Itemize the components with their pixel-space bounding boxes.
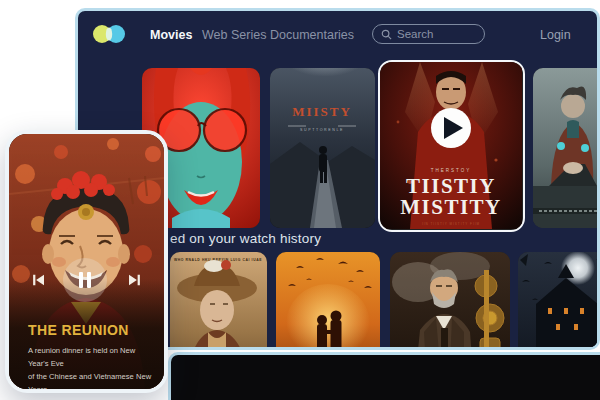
- pause-button[interactable]: [63, 258, 107, 302]
- search-input[interactable]: [397, 28, 467, 40]
- skip-back-icon[interactable]: [29, 271, 47, 289]
- poster-art-featured: THERSTOY TIISTIY MISTITY IIN TIISTIY MIS…: [380, 62, 522, 229]
- poster-art-haunted-house: THE GIRL THIDERLELLE: [518, 252, 600, 350]
- pause-icon: [77, 271, 93, 289]
- poster-sitting-man[interactable]: MI NHE IRL TNE SRE: [533, 68, 600, 228]
- poster-art-sitting-man: MI NHE IRL TNE SRE: [533, 68, 600, 228]
- brand-logo-icon[interactable]: [92, 23, 128, 45]
- nav-item-documentaries[interactable]: Documentaries: [270, 28, 354, 42]
- poster-haunted-house[interactable]: THE GIRL THIDERLELLE: [518, 252, 600, 350]
- search-box[interactable]: [372, 24, 485, 44]
- description-line-1: A reunion dinner is held on New Year's E…: [28, 346, 135, 368]
- poster-sunset-couple[interactable]: [276, 252, 380, 350]
- misty-title: MIISTY: [292, 104, 352, 119]
- navbar: Movies Web Series Documentaries Login: [78, 11, 597, 59]
- watch-history-heading: ed on your watch history: [170, 231, 321, 246]
- nav-item-web-series[interactable]: Web Series: [202, 28, 266, 42]
- poster-tea-lady[interactable]: WHO RNALD HKU REPYIN LUIG CAI IUAE: [170, 252, 267, 350]
- skip-forward-icon[interactable]: [126, 271, 144, 289]
- misty-subtitle: SUPTTORENLE: [300, 128, 344, 132]
- login-button[interactable]: Login: [540, 28, 571, 42]
- nav-item-movies[interactable]: Movies: [150, 28, 192, 42]
- lower-dark-panel: [168, 352, 600, 400]
- poster-art-misty: MIISTY SUPTTORENLE: [270, 68, 375, 228]
- search-icon: [381, 29, 392, 40]
- movie-description: A reunion dinner is held on New Year's E…: [28, 344, 156, 393]
- poster-art-sunset-couple: [276, 252, 380, 350]
- poster-art-tea-lady: WHO RNALD HKU REPYIN LUIG CAI IUAE: [170, 252, 267, 350]
- featured-credits: IIN TIISTIY MISTITY FIIM: [422, 222, 480, 226]
- featured-title-2: MISTITY: [400, 195, 502, 219]
- poster-art-steampunk: [390, 252, 510, 350]
- description-line-2: of the Chinese and Vietnamese New Years,: [28, 372, 151, 393]
- poster-tiistiy-mistity-selected[interactable]: THERSTOY TIISTIY MISTITY IIN TIISTIY MIS…: [378, 60, 525, 232]
- playback-controls: [9, 257, 164, 305]
- movie-title: THE REUNION: [28, 322, 129, 338]
- poster-misty[interactable]: MIISTY SUPTTORENLE: [270, 68, 375, 228]
- featured-studio: THERSTOY: [431, 168, 471, 173]
- poster-steampunk-gentleman[interactable]: [390, 252, 510, 350]
- phone-player-card[interactable]: THE REUNION A reunion dinner is held on …: [5, 130, 168, 393]
